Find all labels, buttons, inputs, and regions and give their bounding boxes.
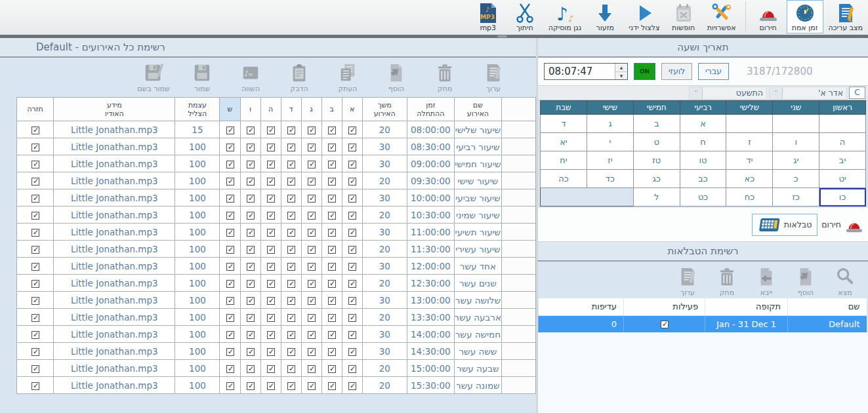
day-checkbox[interactable] (247, 314, 255, 322)
day-cell[interactable] (240, 138, 260, 155)
repeat-checkbox[interactable] (31, 331, 39, 339)
table-name-cell[interactable]: Default (788, 315, 867, 332)
day-checkbox[interactable] (328, 144, 336, 151)
day-checkbox[interactable] (226, 127, 234, 134)
day-cell[interactable] (321, 360, 342, 377)
day-checkbox[interactable] (308, 178, 316, 186)
day-cell[interactable] (240, 309, 260, 326)
event-name-cell[interactable]: שיעור תשיעי (454, 224, 501, 241)
day-cell[interactable] (321, 189, 342, 206)
row-selector-cell[interactable] (501, 172, 535, 189)
calendar-day-cell[interactable]: כב (680, 170, 726, 188)
event-name-cell[interactable]: שיעור שביעי (454, 189, 501, 206)
duration-cell[interactable]: 20 (362, 309, 407, 326)
day-cell[interactable] (240, 326, 260, 343)
day-cell[interactable] (321, 292, 342, 309)
edit-mode-button[interactable]: מצב עריכה (823, 0, 868, 33)
day-checkbox[interactable] (287, 178, 295, 186)
day-checkbox[interactable] (308, 314, 316, 322)
day-cell[interactable] (240, 189, 260, 206)
audio-cell[interactable]: Little Jonathan.mp3 (54, 258, 175, 275)
repeat-cell[interactable] (17, 121, 54, 138)
cut-button[interactable]: חיתוך (506, 0, 543, 33)
calendar-day-cell[interactable]: יט (819, 170, 866, 188)
audio-cell[interactable]: Little Jonathan.mp3 (54, 121, 175, 138)
day-cell[interactable] (301, 275, 321, 292)
start-time-cell[interactable]: 11:30:00 (407, 241, 454, 258)
day-checkbox[interactable] (267, 348, 275, 356)
duration-cell[interactable]: 20 (362, 121, 407, 138)
calendar-day-cell[interactable]: יב (819, 151, 866, 170)
day-cell[interactable] (321, 326, 342, 343)
day-cell[interactable] (281, 206, 301, 224)
duration-cell[interactable]: 20 (362, 377, 407, 394)
day-cell[interactable] (281, 138, 301, 155)
day-cell[interactable] (301, 224, 321, 241)
day-checkbox[interactable] (308, 297, 316, 305)
day-checkbox[interactable] (247, 263, 255, 271)
day-cell[interactable] (342, 138, 362, 155)
day-checkbox[interactable] (247, 195, 255, 203)
day-cell[interactable] (260, 206, 281, 224)
calendar-day-cell[interactable]: ל (633, 188, 680, 206)
duration-cell[interactable]: 30 (362, 189, 407, 206)
day-checkbox[interactable] (287, 314, 295, 322)
row-selector-cell[interactable] (501, 155, 535, 172)
day-cell[interactable] (240, 206, 260, 224)
day-cell[interactable] (240, 360, 260, 377)
event-name-cell[interactable]: ששה עשר (454, 343, 501, 360)
day-cell[interactable] (220, 138, 240, 155)
volume-cell[interactable]: 100 (175, 224, 220, 241)
time-spinner[interactable]: 08:07:47 ▲ ▼ (544, 63, 628, 80)
day-cell[interactable] (240, 275, 260, 292)
holidays-button[interactable]: חופשות (665, 0, 702, 33)
day-checkbox[interactable] (308, 280, 316, 288)
audio-cell[interactable]: Little Jonathan.mp3 (54, 326, 175, 343)
day-checkbox[interactable] (328, 280, 336, 288)
day-checkbox[interactable] (226, 229, 234, 237)
day-cell[interactable] (342, 155, 362, 172)
calendar-day-cell[interactable]: כד (587, 170, 633, 188)
options-button[interactable]: אפשרויות (702, 0, 741, 33)
day-checkbox[interactable] (267, 382, 275, 390)
day-checkbox[interactable] (328, 382, 336, 390)
day-cell[interactable] (342, 343, 362, 360)
on-indicator[interactable]: ON (634, 63, 655, 80)
day-cell[interactable] (281, 241, 301, 258)
event-name-cell[interactable]: אחד עשר (454, 258, 501, 275)
duration-cell[interactable]: 30 (362, 343, 407, 360)
calendar-day-cell[interactable]: ח (680, 133, 726, 151)
day-cell[interactable] (301, 155, 321, 172)
day-checkbox[interactable] (247, 161, 255, 168)
day-checkbox[interactable] (328, 263, 336, 271)
repeat-checkbox[interactable] (31, 212, 39, 220)
audio-cell[interactable]: Little Jonathan.mp3 (54, 189, 175, 206)
day-cell[interactable] (220, 292, 240, 309)
day-checkbox[interactable] (267, 127, 275, 134)
day-checkbox[interactable] (348, 229, 356, 237)
start-time-cell[interactable]: 13:00:00 (407, 292, 454, 309)
day-cell[interactable] (342, 241, 362, 258)
day-cell[interactable] (281, 224, 301, 241)
day-cell[interactable] (342, 360, 362, 377)
day-cell[interactable] (220, 224, 240, 241)
row-selector-cell[interactable] (501, 360, 535, 377)
day-checkbox[interactable] (267, 178, 275, 186)
day-checkbox[interactable] (226, 161, 234, 168)
day-checkbox[interactable] (247, 144, 255, 151)
day-checkbox[interactable] (348, 178, 356, 186)
day-cell[interactable] (281, 360, 301, 377)
volume-cell[interactable]: 100 (175, 258, 220, 275)
chevron-down-icon[interactable]: ˅ (770, 87, 783, 99)
day-cell[interactable] (321, 343, 342, 360)
table-priority-cell[interactable]: 0 (539, 315, 624, 332)
delete-event-button[interactable]: מחק (426, 61, 464, 97)
day-checkbox[interactable] (267, 280, 275, 288)
repeat-cell[interactable] (17, 224, 54, 241)
day-cell[interactable] (220, 241, 240, 258)
day-checkbox[interactable] (226, 195, 234, 203)
day-cell[interactable] (321, 121, 342, 138)
day-checkbox[interactable] (226, 212, 234, 220)
repeat-checkbox[interactable] (31, 195, 39, 203)
day-cell[interactable] (301, 292, 321, 309)
